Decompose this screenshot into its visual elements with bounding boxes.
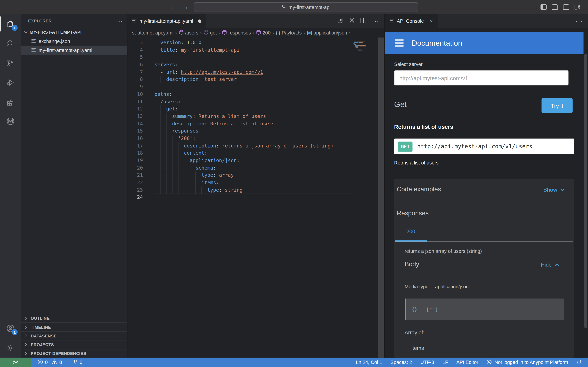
open-api-console-icon[interactable] bbox=[337, 17, 344, 25]
activity-run-debug-icon[interactable] bbox=[0, 73, 21, 92]
status-eol[interactable]: LF bbox=[442, 359, 448, 365]
chevron-right-icon bbox=[23, 316, 29, 321]
minimap[interactable] bbox=[353, 39, 378, 358]
status-indentation[interactable]: Spaces: 2 bbox=[390, 359, 412, 365]
documentation-view: Documentation Select server Get Try it R… bbox=[385, 28, 588, 358]
panel-more-actions-icon[interactable]: ··· bbox=[576, 14, 583, 28]
forward-button[interactable]: → bbox=[182, 3, 190, 11]
section-label: OUTLINE bbox=[31, 316, 50, 321]
items-label[interactable]: items bbox=[411, 345, 424, 351]
section-projects[interactable]: PROJECTS bbox=[21, 340, 127, 349]
body-heading: Body bbox=[405, 261, 419, 268]
tab-api-console[interactable]: API Console ✕ bbox=[385, 14, 438, 28]
code-line-24: 24 bbox=[127, 194, 353, 201]
file-item-exchange.json[interactable]: exchange.json bbox=[21, 37, 127, 46]
folder-root-label: MY-FIRST-ATTEMPT-API bbox=[30, 30, 81, 35]
status-cursor-position[interactable]: Ln 24, Col 1 bbox=[356, 359, 382, 365]
section-project-dependencies[interactable]: PROJECT DEPENDENCIES bbox=[21, 349, 127, 358]
activity-settings-icon[interactable] bbox=[0, 338, 21, 358]
chevron-right-icon bbox=[23, 351, 29, 356]
code-line-8: 8 description: test server bbox=[127, 76, 353, 83]
status-200-tab[interactable]: 200 bbox=[395, 228, 427, 234]
server-input[interactable] bbox=[394, 70, 569, 85]
menu-icon[interactable] bbox=[395, 39, 403, 47]
command-center-search[interactable]: my-first-attempt-api bbox=[194, 2, 418, 12]
breadcrumb-item-get[interactable]: get bbox=[204, 30, 217, 36]
code-line-18: 18 content: bbox=[127, 150, 353, 157]
panel-scrollbar[interactable] bbox=[584, 28, 588, 358]
toggle-panel-icon[interactable] bbox=[552, 4, 558, 10]
status-label: LF bbox=[442, 359, 448, 365]
symbol-box-icon bbox=[204, 30, 208, 36]
breadcrumb-item-200[interactable]: 200 bbox=[256, 30, 270, 36]
folder-root[interactable]: MY-FIRST-ATTEMPT-API bbox=[21, 28, 127, 37]
file-icon bbox=[31, 47, 36, 53]
activity-files-icon[interactable]: 1 bbox=[0, 14, 21, 34]
code-line-23: 23 type: string bbox=[127, 186, 353, 194]
symbol-box-icon bbox=[256, 30, 261, 36]
ports-status[interactable]: 0 bbox=[72, 359, 82, 366]
status-label: API Editor bbox=[456, 359, 478, 365]
activity-source-control-icon[interactable] bbox=[0, 53, 21, 73]
activity-account-icon[interactable]: 1 bbox=[0, 319, 21, 338]
back-button[interactable]: ← bbox=[169, 3, 177, 11]
breadcrumb-item--users[interactable]: /users bbox=[179, 30, 198, 36]
warning-icon bbox=[52, 359, 58, 366]
code-line-11: 11 /users: bbox=[127, 98, 353, 105]
split-editor-icon[interactable] bbox=[360, 18, 366, 25]
breadcrumb-item-responses[interactable]: responses bbox=[222, 30, 251, 36]
breadcrumb-item-st-attempt-api-yaml[interactable]: st-attempt-api.yaml bbox=[132, 30, 173, 35]
editor-scrollbar[interactable] bbox=[378, 37, 384, 358]
explorer-more-icon[interactable]: ··· bbox=[116, 18, 122, 24]
activity-search-icon[interactable] bbox=[0, 34, 21, 53]
chevron-up-icon bbox=[555, 263, 559, 266]
media-type-row: Media type:application/json bbox=[405, 284, 469, 290]
breadcrumb-item-payloads[interactable]: { }Payloads bbox=[276, 30, 302, 35]
chevron-down-icon bbox=[560, 188, 565, 191]
show-link[interactable]: Show bbox=[543, 187, 565, 193]
section-timeline[interactable]: TIMELINE bbox=[21, 323, 127, 332]
code-line-4: 4 title: my-first-attempt-api bbox=[127, 46, 353, 54]
status-notifications[interactable] bbox=[576, 359, 582, 366]
code-line-10: 10paths: bbox=[127, 91, 353, 98]
tab-yaml-file[interactable]: my-first-attempt-api.yaml bbox=[127, 14, 206, 28]
editor-group: my-first-attempt-api.yaml ··· st-a bbox=[127, 14, 384, 358]
status-anypoint-login[interactable]: Not logged in to Anypoint Platform bbox=[487, 359, 568, 366]
code-line-16: 16 '200': bbox=[127, 135, 353, 142]
documentation-header: Documentation bbox=[385, 32, 583, 54]
customize-layout-icon[interactable] bbox=[574, 4, 580, 10]
breadcrumb-item-application-json[interactable]: [≈]application/json bbox=[307, 30, 347, 35]
badge: 1 bbox=[12, 25, 17, 31]
search-text: my-first-attempt-api bbox=[289, 4, 331, 10]
section-label: PROJECT DEPENDENCIES bbox=[31, 351, 86, 356]
section-datasense[interactable]: DATASENSE bbox=[21, 331, 127, 340]
section-outline[interactable]: OUTLINE bbox=[21, 314, 127, 323]
close-editor-icon[interactable] bbox=[349, 18, 355, 25]
file-item-my-first-attempt-api.yaml[interactable]: my-first-attempt-api.yaml bbox=[21, 46, 127, 55]
code-line-9: 9 bbox=[127, 83, 353, 91]
code-lines: 3 version: 1.0.04 title: my-first-attemp… bbox=[127, 39, 353, 201]
status-encoding[interactable]: UTF-8 bbox=[420, 359, 434, 365]
hide-link[interactable]: Hide bbox=[541, 262, 559, 268]
toggle-primary-sidebar-icon[interactable] bbox=[540, 4, 547, 10]
problems-status[interactable]: 0 0 bbox=[37, 359, 62, 366]
file-label: my-first-attempt-api.yaml bbox=[39, 47, 92, 53]
example-value: [""] bbox=[426, 307, 438, 312]
activity-mulesoft-icon[interactable] bbox=[0, 112, 21, 131]
operation-summary: Returns a list of users bbox=[394, 124, 453, 130]
activity-extensions-icon[interactable] bbox=[0, 92, 21, 112]
remote-indicator[interactable]: >< bbox=[0, 358, 31, 367]
try-it-button[interactable]: Try it bbox=[542, 98, 573, 113]
code-icon: ⟨⟩ bbox=[412, 306, 417, 313]
status-label: Ln 24, Col 1 bbox=[356, 359, 382, 365]
modified-dot-icon[interactable] bbox=[198, 19, 201, 23]
editor-more-actions-icon[interactable]: ··· bbox=[372, 18, 379, 25]
toggle-secondary-sidebar-icon[interactable] bbox=[563, 4, 569, 10]
titlebar: ← → my-first-attempt-api bbox=[0, 0, 588, 14]
error-count: 0 bbox=[45, 359, 48, 365]
code-editor[interactable]: 3 version: 1.0.04 title: my-first-attemp… bbox=[127, 37, 384, 358]
chevron-down-icon bbox=[23, 29, 29, 35]
status-editor-mode[interactable]: API Editor bbox=[456, 359, 478, 365]
close-icon[interactable]: ✕ bbox=[429, 18, 433, 24]
breadcrumb-separator: › bbox=[273, 30, 274, 35]
